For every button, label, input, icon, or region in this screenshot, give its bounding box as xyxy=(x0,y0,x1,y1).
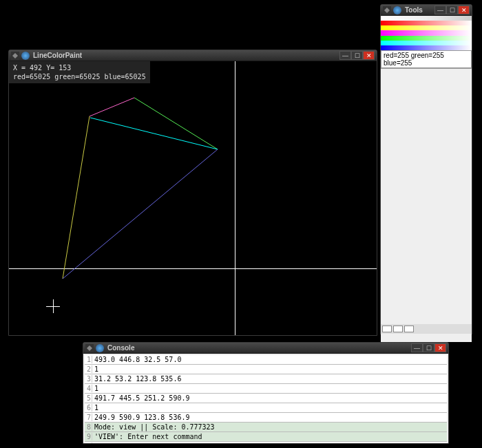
drawing-svg xyxy=(9,61,377,335)
tools-titlebar[interactable]: Tools — ☐ ✕ xyxy=(381,5,472,16)
line-number: 2 xyxy=(87,365,92,373)
swatch[interactable] xyxy=(404,326,414,332)
app-icon xyxy=(383,6,391,14)
paint-titlebar[interactable]: LineColorPaint — ☐ ✕ xyxy=(9,50,377,61)
line-number: 4 xyxy=(87,385,92,392)
line-number: 1 xyxy=(87,356,92,363)
console-row: 331.2 53.2 123.8 535.6 xyxy=(85,374,447,384)
drawn-line xyxy=(134,98,218,149)
maximize-button[interactable]: ☐ xyxy=(423,343,434,352)
drawn-line xyxy=(63,149,218,279)
tools-window: Tools — ☐ ✕ red=255 green=255 blue=255 xyxy=(380,4,472,334)
line-number: > xyxy=(87,442,92,443)
line-number: 7 xyxy=(87,414,92,421)
console-text: 31.2 53.2 123.8 535.6 xyxy=(94,375,181,383)
globe-icon xyxy=(96,344,104,352)
console-text: 1 xyxy=(94,365,98,373)
console-title: Console xyxy=(106,344,409,352)
console-row: > xyxy=(85,442,447,443)
console-text: 491.7 445.5 251.2 590.9 xyxy=(94,394,189,402)
console-text: 1 xyxy=(94,404,98,412)
swatch[interactable] xyxy=(393,326,403,332)
console-text: Mode: view || Scale: 0.777323 xyxy=(94,423,215,431)
console-row: 61 xyxy=(85,403,447,413)
swatch[interactable] xyxy=(382,326,392,332)
swatch-row xyxy=(381,324,472,334)
color-palette[interactable] xyxy=(381,16,472,50)
console-text: 'VIEW': Enter next command xyxy=(94,433,202,440)
minimize-button[interactable]: — xyxy=(434,6,446,14)
linecolorpaint-window: LineColorPaint — ☐ ✕ X = 492 Y= 153 red=… xyxy=(8,50,377,336)
window-controls: — ☐ ✕ xyxy=(434,6,470,14)
close-button[interactable]: ✕ xyxy=(434,343,446,352)
line-number: 3 xyxy=(87,375,92,383)
maximize-button[interactable]: ☐ xyxy=(351,51,363,60)
globe-icon xyxy=(393,6,401,14)
line-number: 9 xyxy=(87,433,92,440)
minimize-button[interactable]: — xyxy=(411,343,423,352)
console-text: 1 xyxy=(94,385,98,392)
window-controls: — ☐ ✕ xyxy=(411,343,446,352)
line-number: 6 xyxy=(87,404,92,412)
app-icon xyxy=(11,52,19,60)
console-text: 249.9 590.9 123.8 536.9 xyxy=(94,414,189,421)
console-row: 1493.0 446.8 32.5 57.0 xyxy=(85,355,447,365)
tools-body xyxy=(381,68,472,342)
close-button[interactable]: ✕ xyxy=(458,6,470,14)
globe-icon xyxy=(21,52,30,60)
drawn-line xyxy=(90,118,218,149)
maximize-button[interactable]: ☐ xyxy=(446,6,458,14)
console-titlebar[interactable]: Console — ☐ ✕ xyxy=(83,343,448,354)
canvas[interactable]: X = 492 Y= 153 red=65025 green=65025 blu… xyxy=(9,61,377,335)
console-row: 7249.9 590.9 123.8 536.9 xyxy=(85,413,447,423)
minimize-button[interactable]: — xyxy=(339,51,351,60)
console-row: 5491.7 445.5 251.2 590.9 xyxy=(85,394,447,403)
console-row: 21 xyxy=(85,365,447,374)
console-body[interactable]: 1493.0 446.8 32.5 57.021331.2 53.2 123.8… xyxy=(83,354,448,443)
rgb-readout: red=255 green=255 blue=255 xyxy=(381,50,472,68)
close-button[interactable]: ✕ xyxy=(363,51,375,60)
console-row: 41 xyxy=(85,384,447,394)
tools-title: Tools xyxy=(404,6,432,14)
console-window: Console — ☐ ✕ 1493.0 446.8 32.5 57.02133… xyxy=(83,342,449,444)
drawn-line xyxy=(63,116,90,279)
line-number: 5 xyxy=(87,394,92,402)
app-icon xyxy=(85,344,94,352)
console-text: 493.0 446.8 32.5 57.0 xyxy=(94,356,181,363)
console-row: 9'VIEW': Enter next command xyxy=(85,432,447,442)
line-number: 8 xyxy=(87,423,92,431)
drawn-line xyxy=(90,98,134,116)
paint-title: LineColorPaint xyxy=(32,52,337,59)
window-controls: — ☐ ✕ xyxy=(339,51,375,60)
console-row: 8Mode: view || Scale: 0.777323 xyxy=(85,423,447,432)
